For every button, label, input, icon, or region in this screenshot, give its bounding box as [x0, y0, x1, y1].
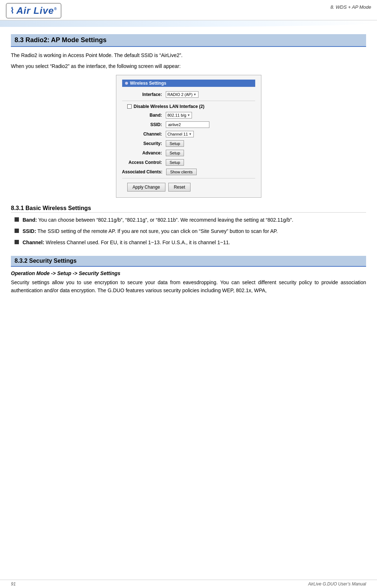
interface-dropdown-arrow: ▼	[193, 93, 197, 96]
security-label: Security:	[122, 141, 166, 146]
bullet-band-term: Band:	[23, 217, 37, 223]
security-setup-button[interactable]: Setup	[166, 140, 184, 147]
bullet-ssid-text: SSID: The SSID setting of the remote AP.…	[23, 227, 366, 235]
operation-mode-heading: Operation Mode -> Setup -> Security Sett…	[11, 270, 366, 276]
ssid-input[interactable]: airlive2	[166, 121, 209, 128]
associated-clients-row: Associated Clients: Show clients	[122, 169, 255, 175]
bullet-square-icon	[15, 217, 19, 222]
screenshot-container: Wireless Settings Interface: RADIO 2 (AP…	[11, 75, 366, 198]
advance-setup-button[interactable]: Setup	[166, 150, 184, 156]
access-control-row: Access Control: Setup	[122, 159, 255, 166]
bullet-square-icon	[15, 240, 19, 244]
interface-select[interactable]: RADIO 2 (AP) ▼	[166, 91, 198, 98]
bullet-channel-text: Channel: Wireless Channel used. For EU, …	[23, 239, 366, 246]
page-footer: 91 AirLive G.DUO User’s Manual	[0, 580, 377, 588]
bullet-ssid-desc: The SSID setting of the remote AP. If yo…	[36, 228, 278, 234]
channel-row: Channel: Channel 11 ▼	[122, 131, 255, 137]
bullet-channel-desc: Wireless Channel used. For EU, it is cha…	[44, 239, 230, 245]
bullet-band: Band: You can choose between “802.11g/b”…	[15, 216, 366, 224]
band-select[interactable]: 802.11 b/g ▼	[166, 112, 192, 118]
logo-text: Air Live®	[16, 5, 57, 16]
screenshot-title: Wireless Settings	[130, 81, 167, 86]
main-content: 8.3 Radio2: AP Mode Settings The Radio2 …	[0, 31, 377, 302]
reset-button[interactable]: Reset	[168, 183, 190, 192]
section-832-heading: 8.3.2 Security Settings	[11, 256, 366, 267]
section-83-heading: 8.3 Radio2: AP Mode Settings	[11, 34, 366, 47]
band-value: 802.11 b/g	[168, 113, 187, 117]
logo-waves-icon: ⌇	[10, 6, 14, 16]
security-row: Security: Setup	[122, 140, 255, 147]
access-control-setup-button[interactable]: Setup	[166, 159, 184, 166]
interface-value: RADIO 2 (AP)	[168, 92, 193, 97]
logo-box: ⌇ Air Live®	[6, 3, 61, 19]
logo-area: ⌇ Air Live®	[6, 3, 61, 19]
band-row: Band: 802.11 b/g ▼	[122, 112, 255, 118]
associated-clients-label: Associated Clients:	[122, 169, 166, 174]
disable-label: Disable Wireless LAN Interface (2)	[134, 104, 205, 109]
interface-control: RADIO 2 (AP) ▼	[166, 91, 198, 98]
interface-label: Interface:	[122, 92, 166, 97]
access-control-label: Access Control:	[122, 160, 166, 165]
bullet-ssid-term: SSID:	[23, 228, 36, 234]
chapter-label: 8. WDS + AP Mode	[330, 3, 371, 10]
advance-label: Advance:	[122, 150, 166, 156]
bullet-channel: Channel: Wireless Channel used. For EU, …	[15, 239, 366, 246]
ssid-value: airlive2	[168, 122, 181, 127]
band-dropdown-arrow: ▼	[187, 113, 190, 117]
manual-title: AirLive G.DUO User’s Manual	[308, 581, 366, 587]
section-832-body: Security settings allow you to use encry…	[11, 278, 366, 295]
ssid-label: SSID:	[122, 122, 166, 127]
channel-dropdown-arrow: ▼	[189, 132, 192, 136]
screenshot-box: Wireless Settings Interface: RADIO 2 (AP…	[116, 75, 261, 198]
separator-2	[122, 178, 255, 178]
bullet-square-icon	[15, 229, 19, 233]
bullet-channel-term: Channel:	[23, 239, 44, 245]
bullet-ssid: SSID: The SSID setting of the remote AP.…	[15, 227, 366, 235]
channel-label: Channel:	[122, 132, 166, 137]
channel-select[interactable]: Channel 11 ▼	[166, 131, 194, 137]
intro-text-2: When you select “Radio2” as the interfac…	[11, 62, 366, 70]
bullet-band-text: Band: You can choose between “802.11g/b”…	[23, 216, 366, 224]
disable-checkbox[interactable]	[127, 104, 132, 109]
band-label: Band:	[122, 113, 166, 118]
title-bar-dot	[125, 82, 128, 85]
advance-row: Advance: Setup	[122, 150, 255, 156]
channel-value: Channel 11	[168, 132, 188, 136]
intro-text-1: The Radio2 is working in Access Point Mo…	[11, 51, 366, 59]
separator-1	[122, 101, 255, 101]
disable-checkbox-row: Disable Wireless LAN Interface (2)	[127, 104, 255, 109]
section-831-heading: 8.3.1 Basic Wireless Settings	[11, 205, 366, 213]
action-buttons-row: Apply Change Reset	[127, 183, 255, 192]
header-wave-decoration	[0, 20, 377, 27]
page-number: 91	[11, 581, 16, 587]
interface-row: Interface: RADIO 2 (AP) ▼	[122, 91, 255, 98]
basic-wireless-bullet-list: Band: You can choose between “802.11g/b”…	[15, 216, 366, 246]
screenshot-title-bar: Wireless Settings	[122, 80, 255, 87]
apply-change-button[interactable]: Apply Change	[127, 183, 165, 192]
show-clients-button[interactable]: Show clients	[166, 169, 197, 175]
ssid-row: SSID: airlive2	[122, 121, 255, 128]
bullet-band-desc: You can choose between “802.11g/b”, “802…	[37, 217, 293, 223]
page-header: ⌇ Air Live® 8. WDS + AP Mode	[0, 0, 377, 20]
